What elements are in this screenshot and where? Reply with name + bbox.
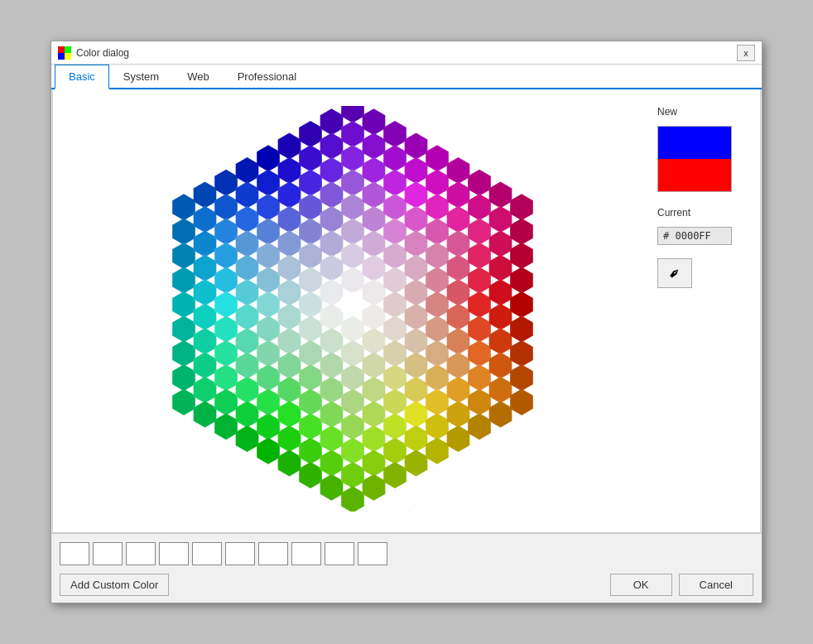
svg-rect-1 — [65, 46, 71, 53]
custom-color-2[interactable] — [93, 542, 123, 565]
custom-color-7[interactable] — [258, 542, 288, 565]
cancel-button[interactable]: Cancel — [679, 574, 753, 596]
tab-bar: Basic System Web Professional — [51, 65, 762, 89]
hex-display: # 0000FF — [657, 227, 732, 245]
main-content: New Current # 0000FF ✒ — [52, 89, 761, 533]
svg-rect-3 — [65, 53, 71, 60]
custom-color-10[interactable] — [358, 542, 387, 565]
custom-color-8[interactable] — [291, 542, 321, 565]
custom-color-5[interactable] — [192, 542, 222, 565]
current-label: Current — [657, 207, 747, 219]
title-bar-left: Color dialog — [58, 46, 129, 60]
custom-color-3[interactable] — [126, 542, 156, 565]
close-button[interactable]: x — [737, 45, 755, 61]
new-label: New — [657, 106, 747, 118]
ok-cancel-group: OK Cancel — [610, 574, 753, 596]
ok-button[interactable]: OK — [610, 574, 672, 596]
add-custom-color-button[interactable]: Add Custom Color — [60, 574, 169, 596]
tab-basic[interactable]: Basic — [55, 65, 109, 89]
color-preview — [657, 126, 732, 192]
color-wheel[interactable] — [137, 106, 568, 512]
custom-color-4[interactable] — [159, 542, 189, 565]
custom-color-1[interactable] — [60, 542, 89, 565]
svg-rect-0 — [58, 46, 65, 53]
tab-system[interactable]: System — [109, 65, 173, 89]
svg-rect-2 — [58, 53, 65, 60]
title-text: Color dialog — [76, 47, 129, 59]
eyedropper-icon: ✒ — [664, 262, 686, 284]
hex-prefix: # — [663, 230, 669, 242]
right-panel: New Current # 0000FF ✒ — [652, 98, 752, 524]
tab-professional[interactable]: Professional — [224, 65, 311, 89]
current-color-half — [658, 159, 731, 191]
custom-colors-row — [60, 541, 753, 567]
color-area — [61, 98, 644, 524]
color-dialog: Color dialog x Basic System Web Professi… — [51, 41, 762, 603]
custom-color-9[interactable] — [325, 542, 354, 565]
bottom-area: Add Custom Color OK Cancel — [51, 533, 762, 603]
title-bar: Color dialog x — [51, 41, 762, 65]
buttons-row: Add Custom Color OK Cancel — [60, 574, 753, 596]
tab-web[interactable]: Web — [173, 65, 224, 89]
color-dialog-icon — [58, 46, 71, 60]
eyedropper-button[interactable]: ✒ — [657, 258, 692, 288]
hex-value: 0000FF — [675, 230, 710, 242]
custom-color-6[interactable] — [225, 542, 255, 565]
new-color-half — [658, 127, 731, 159]
